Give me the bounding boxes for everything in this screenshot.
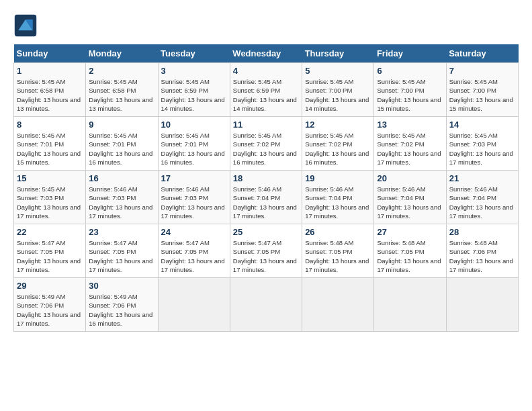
calendar-cell: 17 Sunrise: 5:46 AM Sunset: 7:03 PM Dayl…: [158, 171, 230, 224]
day-number: 12: [305, 120, 371, 130]
calendar-cell: 23 Sunrise: 5:47 AM Sunset: 7:05 PM Dayl…: [86, 224, 158, 278]
calendar-cell: 10 Sunrise: 5:45 AM Sunset: 7:01 PM Dayl…: [158, 117, 230, 171]
calendar-cell: 26 Sunrise: 5:48 AM Sunset: 7:05 PM Dayl…: [302, 224, 374, 278]
calendar-cell: [158, 278, 230, 332]
calendar-cell: 15 Sunrise: 5:45 AM Sunset: 7:03 PM Dayl…: [14, 171, 86, 224]
header-tuesday: Tuesday: [158, 44, 230, 63]
header-wednesday: Wednesday: [230, 44, 302, 63]
day-info: Sunrise: 5:47 AM Sunset: 7:05 PM Dayligh…: [233, 238, 299, 274]
calendar-row: 15 Sunrise: 5:45 AM Sunset: 7:03 PM Dayl…: [14, 171, 519, 224]
calendar-cell: 22 Sunrise: 5:47 AM Sunset: 7:05 PM Dayl…: [14, 224, 86, 278]
day-number: 7: [449, 66, 515, 76]
calendar-cell: [374, 278, 446, 332]
day-info: Sunrise: 5:45 AM Sunset: 7:02 PM Dayligh…: [377, 131, 443, 167]
day-number: 13: [377, 120, 443, 130]
day-number: 10: [161, 120, 227, 130]
day-number: 27: [377, 227, 443, 237]
day-info: Sunrise: 5:48 AM Sunset: 7:06 PM Dayligh…: [449, 238, 515, 274]
calendar-cell: 13 Sunrise: 5:45 AM Sunset: 7:02 PM Dayl…: [374, 117, 446, 171]
header-monday: Monday: [86, 44, 158, 63]
day-info: Sunrise: 5:45 AM Sunset: 7:00 PM Dayligh…: [449, 77, 515, 113]
day-info: Sunrise: 5:45 AM Sunset: 6:58 PM Dayligh…: [89, 77, 154, 113]
calendar-cell: 18 Sunrise: 5:46 AM Sunset: 7:04 PM Dayl…: [230, 171, 302, 224]
day-number: 11: [233, 120, 299, 130]
day-info: Sunrise: 5:45 AM Sunset: 7:01 PM Dayligh…: [17, 131, 83, 167]
day-number: 9: [89, 120, 154, 130]
day-info: Sunrise: 5:48 AM Sunset: 7:05 PM Dayligh…: [305, 238, 371, 274]
day-info: Sunrise: 5:46 AM Sunset: 7:03 PM Dayligh…: [161, 185, 227, 220]
calendar-row: 8 Sunrise: 5:45 AM Sunset: 7:01 PM Dayli…: [14, 117, 519, 171]
day-number: 5: [305, 66, 371, 76]
day-info: Sunrise: 5:46 AM Sunset: 7:04 PM Dayligh…: [377, 185, 443, 220]
calendar-cell: 20 Sunrise: 5:46 AM Sunset: 7:04 PM Dayl…: [374, 171, 446, 224]
day-number: 25: [233, 227, 299, 237]
day-info: Sunrise: 5:45 AM Sunset: 7:01 PM Dayligh…: [161, 131, 227, 167]
day-number: 4: [233, 66, 299, 76]
calendar-row: 29 Sunrise: 5:49 AM Sunset: 7:06 PM Dayl…: [14, 278, 519, 332]
header-sunday: Sunday: [14, 44, 86, 63]
day-number: 19: [305, 173, 371, 183]
calendar-table: Sunday Monday Tuesday Wednesday Thursday…: [13, 44, 519, 332]
day-info: Sunrise: 5:45 AM Sunset: 7:01 PM Dayligh…: [89, 131, 154, 167]
day-number: 16: [89, 173, 154, 183]
calendar-cell: 19 Sunrise: 5:46 AM Sunset: 7:04 PM Dayl…: [302, 171, 374, 224]
day-info: Sunrise: 5:46 AM Sunset: 7:04 PM Dayligh…: [449, 185, 515, 220]
calendar-cell: 12 Sunrise: 5:45 AM Sunset: 7:02 PM Dayl…: [302, 117, 374, 171]
day-info: Sunrise: 5:45 AM Sunset: 7:03 PM Dayligh…: [449, 131, 515, 167]
calendar-cell: 16 Sunrise: 5:46 AM Sunset: 7:03 PM Dayl…: [86, 171, 158, 224]
day-info: Sunrise: 5:49 AM Sunset: 7:06 PM Dayligh…: [89, 292, 154, 328]
calendar-header-row: Sunday Monday Tuesday Wednesday Thursday…: [14, 44, 519, 63]
day-info: Sunrise: 5:47 AM Sunset: 7:05 PM Dayligh…: [89, 238, 154, 274]
day-number: 26: [305, 227, 371, 237]
day-info: Sunrise: 5:47 AM Sunset: 7:05 PM Dayligh…: [161, 238, 227, 274]
logo: [13, 13, 42, 38]
calendar-cell: 14 Sunrise: 5:45 AM Sunset: 7:03 PM Dayl…: [446, 117, 518, 171]
day-number: 21: [449, 173, 515, 183]
calendar-row: 1 Sunrise: 5:45 AM Sunset: 6:58 PM Dayli…: [14, 63, 519, 117]
day-info: Sunrise: 5:48 AM Sunset: 7:05 PM Dayligh…: [377, 238, 443, 274]
day-info: Sunrise: 5:45 AM Sunset: 6:58 PM Dayligh…: [17, 77, 83, 113]
day-number: 6: [377, 66, 443, 76]
header-saturday: Saturday: [446, 44, 518, 63]
day-number: 28: [449, 227, 515, 237]
calendar-cell: 24 Sunrise: 5:47 AM Sunset: 7:05 PM Dayl…: [158, 224, 230, 278]
page-header: [13, 13, 519, 38]
day-number: 22: [17, 227, 83, 237]
day-info: Sunrise: 5:45 AM Sunset: 7:02 PM Dayligh…: [305, 131, 371, 167]
day-info: Sunrise: 5:45 AM Sunset: 6:59 PM Dayligh…: [233, 77, 299, 113]
calendar-cell: [230, 278, 302, 332]
calendar-cell: 28 Sunrise: 5:48 AM Sunset: 7:06 PM Dayl…: [446, 224, 518, 278]
day-info: Sunrise: 5:46 AM Sunset: 7:04 PM Dayligh…: [233, 185, 299, 220]
day-number: 3: [161, 66, 227, 76]
calendar-cell: 27 Sunrise: 5:48 AM Sunset: 7:05 PM Dayl…: [374, 224, 446, 278]
day-number: 24: [161, 227, 227, 237]
day-info: Sunrise: 5:49 AM Sunset: 7:06 PM Dayligh…: [17, 292, 83, 328]
calendar-cell: 21 Sunrise: 5:46 AM Sunset: 7:04 PM Dayl…: [446, 171, 518, 224]
day-number: 8: [17, 120, 83, 130]
calendar-cell: 4 Sunrise: 5:45 AM Sunset: 6:59 PM Dayli…: [230, 63, 302, 117]
calendar-cell: 25 Sunrise: 5:47 AM Sunset: 7:05 PM Dayl…: [230, 224, 302, 278]
logo-icon: [13, 13, 38, 38]
day-info: Sunrise: 5:47 AM Sunset: 7:05 PM Dayligh…: [17, 238, 83, 274]
day-number: 29: [17, 281, 83, 291]
day-info: Sunrise: 5:45 AM Sunset: 7:03 PM Dayligh…: [17, 185, 83, 220]
day-number: 17: [161, 173, 227, 183]
calendar-cell: 3 Sunrise: 5:45 AM Sunset: 6:59 PM Dayli…: [158, 63, 230, 117]
day-info: Sunrise: 5:46 AM Sunset: 7:03 PM Dayligh…: [89, 185, 154, 220]
calendar-cell: 5 Sunrise: 5:45 AM Sunset: 7:00 PM Dayli…: [302, 63, 374, 117]
calendar-row: 22 Sunrise: 5:47 AM Sunset: 7:05 PM Dayl…: [14, 224, 519, 278]
header-friday: Friday: [374, 44, 446, 63]
day-info: Sunrise: 5:45 AM Sunset: 6:59 PM Dayligh…: [161, 77, 227, 113]
day-number: 20: [377, 173, 443, 183]
day-number: 14: [449, 120, 515, 130]
calendar-cell: 7 Sunrise: 5:45 AM Sunset: 7:00 PM Dayli…: [446, 63, 518, 117]
calendar-cell: 11 Sunrise: 5:45 AM Sunset: 7:02 PM Dayl…: [230, 117, 302, 171]
day-info: Sunrise: 5:45 AM Sunset: 7:00 PM Dayligh…: [377, 77, 443, 113]
day-info: Sunrise: 5:45 AM Sunset: 7:00 PM Dayligh…: [305, 77, 371, 113]
calendar-cell: 9 Sunrise: 5:45 AM Sunset: 7:01 PM Dayli…: [86, 117, 158, 171]
calendar-cell: 1 Sunrise: 5:45 AM Sunset: 6:58 PM Dayli…: [14, 63, 86, 117]
day-info: Sunrise: 5:46 AM Sunset: 7:04 PM Dayligh…: [305, 185, 371, 220]
calendar-cell: 2 Sunrise: 5:45 AM Sunset: 6:58 PM Dayli…: [86, 63, 158, 117]
calendar-cell: 29 Sunrise: 5:49 AM Sunset: 7:06 PM Dayl…: [14, 278, 86, 332]
calendar-cell: 8 Sunrise: 5:45 AM Sunset: 7:01 PM Dayli…: [14, 117, 86, 171]
